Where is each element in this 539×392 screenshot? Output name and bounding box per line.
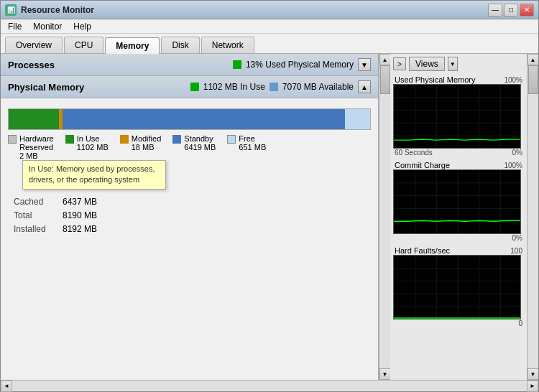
graph1-footer: 60 Seconds 0% xyxy=(393,149,524,157)
views-dropdown-btn[interactable]: ▼ xyxy=(448,57,458,71)
views-button[interactable]: Views xyxy=(409,57,445,71)
green-indicator xyxy=(233,60,241,69)
physical-memory-title: Physical Memory xyxy=(8,82,84,93)
minimize-button[interactable]: — xyxy=(488,4,502,17)
hardware-reserved-box xyxy=(8,135,17,144)
menu-help[interactable]: Help xyxy=(69,20,96,33)
scroll-right-arrow[interactable]: ► xyxy=(527,381,538,392)
hardware-reserved-label: Hardware xyxy=(19,134,54,143)
scroll-track xyxy=(379,65,390,368)
right-scroll-down[interactable]: ▼ xyxy=(528,368,539,380)
tab-overview[interactable]: Overview xyxy=(5,37,63,53)
free-box xyxy=(227,135,236,144)
right-scroll-track xyxy=(528,65,538,368)
graph1-footer-left: 60 Seconds xyxy=(395,149,433,157)
graph1-grid xyxy=(394,85,520,149)
graph3-title: Hard Faults/sec xyxy=(395,246,450,255)
graph2-title-row: Commit Charge 100% xyxy=(393,161,524,169)
inuse-value: 1102 MB xyxy=(77,143,109,151)
title-bar: 📊 Resource Monitor — □ ✕ xyxy=(1,1,538,19)
total-value: 8190 MB xyxy=(63,209,97,223)
physical-memory-expand-btn[interactable]: ▲ xyxy=(358,80,371,93)
close-button[interactable]: ✕ xyxy=(520,4,534,17)
physical-memory-header: Physical Memory 1102 MB In Use 7070 MB A… xyxy=(1,76,378,98)
detail-cached: Cached 6437 MB xyxy=(14,195,371,209)
graph-commit-charge: Commit Charge 100% xyxy=(393,161,524,242)
scroll-track-h xyxy=(12,381,527,391)
right-scroll-up[interactable]: ▲ xyxy=(528,54,539,65)
inuse-box xyxy=(65,135,74,144)
graph1-canvas xyxy=(393,84,521,149)
total-label: Total xyxy=(14,209,57,223)
graph3-grid xyxy=(394,256,520,319)
standby-label: Standby xyxy=(184,134,216,143)
graph3-max: 100 xyxy=(510,247,522,255)
tab-network[interactable]: Network xyxy=(201,37,254,53)
graph3-canvas xyxy=(393,255,521,319)
graph-hard-faults: Hard Faults/sec 100 xyxy=(393,246,524,327)
modified-label: Modified xyxy=(132,134,162,143)
graph-used-physical-memory: Used Physical Memory 100% xyxy=(393,75,524,157)
installed-label: Installed xyxy=(14,223,57,236)
bar-free xyxy=(345,109,370,129)
cached-value: 6437 MB xyxy=(63,195,97,209)
tab-memory[interactable]: Memory xyxy=(105,37,160,54)
graph1-title: Used Physical Memory xyxy=(395,75,475,84)
processes-info: 13% Used Physical Memory ▼ xyxy=(233,58,371,71)
graph1-title-row: Used Physical Memory 100% xyxy=(393,75,524,84)
free-value: 651 MB xyxy=(239,143,266,151)
menu-bar: File Monitor Help xyxy=(1,19,538,34)
scroll-thumb[interactable] xyxy=(380,65,390,94)
physical-memory-info: 1102 MB In Use 7070 MB Available ▲ xyxy=(190,80,371,93)
hardware-reserved-value: 2 MB xyxy=(19,151,54,160)
modified-value: 18 MB xyxy=(132,143,162,151)
right-expand-btn[interactable]: > xyxy=(393,57,406,70)
right-scroll-thumb[interactable] xyxy=(528,65,538,94)
processes-header: Processes 13% Used Physical Memory ▼ xyxy=(1,54,378,76)
legend-inuse: In Use 1102 MB xyxy=(65,134,109,160)
window-title: Resource Monitor xyxy=(21,5,94,15)
available-indicator xyxy=(270,83,278,91)
graph2-grid xyxy=(394,170,520,234)
menu-file[interactable]: File xyxy=(4,20,26,33)
maximize-button[interactable]: □ xyxy=(504,4,518,17)
standby-box xyxy=(172,135,181,144)
tab-cpu[interactable]: CPU xyxy=(64,37,103,53)
tab-disk[interactable]: Disk xyxy=(161,37,199,53)
resource-monitor-window: 📊 Resource Monitor — □ ✕ File Monitor He… xyxy=(0,0,539,392)
legend-modified: Modified 18 MB xyxy=(120,134,162,160)
graph3-footer: 0 xyxy=(393,319,524,327)
in-use-label: 1102 MB In Use xyxy=(203,82,265,92)
scroll-down-arrow[interactable]: ▼ xyxy=(379,368,391,380)
bottom-scrollbar: ◄ ► xyxy=(1,380,538,391)
legend-hardware-reserved: Hardware Reserved 2 MB xyxy=(8,134,54,160)
detail-installed: Installed 8192 MB xyxy=(14,223,371,236)
right-panel: > Views ▼ Used Physical Memory 100% xyxy=(390,54,527,380)
left-scrollbar: ▲ ▼ xyxy=(379,54,390,380)
memory-tooltip: In Use: Memory used by processes, driver… xyxy=(22,160,371,190)
scroll-up-arrow[interactable]: ▲ xyxy=(379,54,391,65)
installed-value: 8192 MB xyxy=(63,223,97,236)
modified-box xyxy=(120,135,129,144)
graph2-title: Commit Charge xyxy=(395,161,450,169)
graph1-footer-right: 0% xyxy=(512,149,522,157)
processes-expand-btn[interactable]: ▼ xyxy=(358,58,371,71)
available-label: 7070 MB Available xyxy=(282,82,354,92)
processes-title: Processes xyxy=(8,60,55,70)
detail-total: Total 8190 MB xyxy=(14,209,371,223)
graph3-title-row: Hard Faults/sec 100 xyxy=(393,246,524,255)
bar-standby xyxy=(63,109,344,129)
legend-standby: Standby 6419 MB xyxy=(172,134,216,160)
inuse-indicator xyxy=(190,83,199,91)
graph2-footer: 0% xyxy=(393,234,524,242)
legend-free: Free 651 MB xyxy=(227,134,266,160)
menu-monitor[interactable]: Monitor xyxy=(29,20,66,33)
graph3-footer-right: 0 xyxy=(518,319,522,327)
processes-memory-info: 13% Used Physical Memory xyxy=(246,60,354,70)
left-panel: Processes 13% Used Physical Memory ▼ Phy… xyxy=(1,54,379,380)
cached-label: Cached xyxy=(14,195,57,209)
app-icon: 📊 xyxy=(5,4,17,16)
scroll-left-arrow[interactable]: ◄ xyxy=(1,381,12,392)
window-controls: — □ ✕ xyxy=(488,4,534,17)
tooltip-content: In Use: Memory used by processes, driver… xyxy=(22,160,166,190)
